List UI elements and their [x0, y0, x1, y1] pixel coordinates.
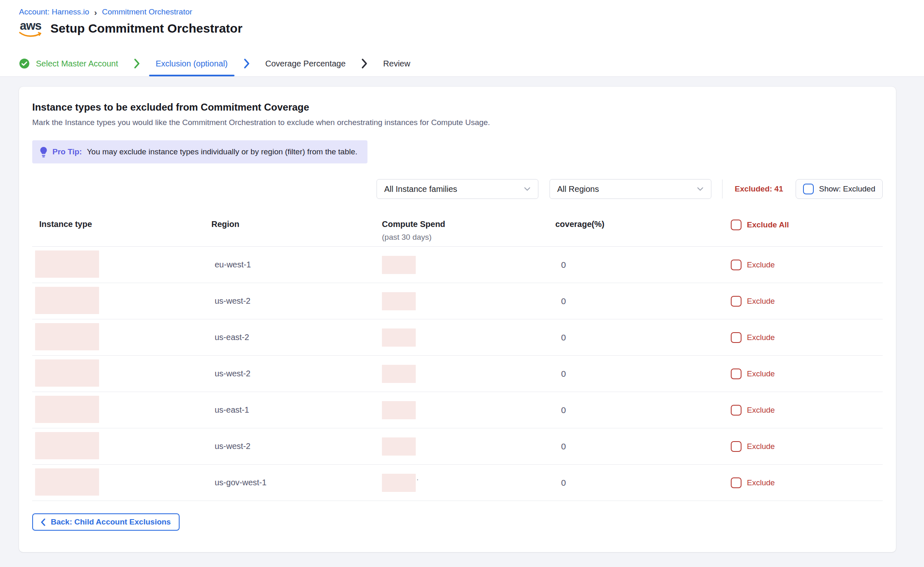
compute-spend-cell: [382, 292, 555, 310]
excluded-count: Excluded: 41: [735, 184, 783, 194]
region-cell: us-west-2: [211, 369, 382, 378]
header-exclude-all: Exclude All: [731, 220, 883, 230]
step-review[interactable]: Review: [383, 51, 410, 76]
step-label: Coverage Percentage: [265, 59, 346, 69]
exclude-all-label: Exclude All: [747, 220, 789, 229]
step-select-master-account[interactable]: Select Master Account: [19, 51, 118, 76]
exclude-checkbox[interactable]: [731, 296, 742, 307]
redacted-instance-type: [35, 359, 99, 387]
table-row: us-east-1 0 Exclude: [32, 392, 883, 428]
coverage-cell: 0: [555, 333, 731, 343]
instance-type-cell: [32, 287, 211, 316]
card-subtitle: Mark the Instance types you would like t…: [32, 118, 883, 127]
exclude-checkbox[interactable]: [731, 441, 742, 452]
breadcrumb-account-link[interactable]: Account: Harness.io: [19, 7, 89, 17]
region-cell: us-east-1: [211, 405, 382, 415]
back-button-label: Back: Child Account Exclusions: [51, 517, 171, 527]
aws-smile-icon: [19, 31, 42, 37]
step-coverage-percentage[interactable]: Coverage Percentage: [265, 51, 346, 76]
table-row: us-gov-west-1 ' 0 Exclude: [32, 465, 883, 501]
coverage-cell: 0: [555, 478, 731, 488]
compute-spend-cell: [382, 256, 555, 274]
instance-families-select[interactable]: All Instance families: [377, 179, 538, 199]
redacted-compute-spend: [382, 437, 416, 456]
table-body: eu-west-1 0 Exclude us-west-2 0 Exclude: [32, 247, 883, 501]
regions-select-value: All Regions: [557, 184, 599, 194]
redacted-compute-spend: [382, 292, 416, 310]
exclude-label: Exclude: [747, 260, 775, 269]
instance-type-cell: [32, 432, 211, 461]
coverage-cell: 0: [555, 296, 731, 306]
redacted-compute-spend: [382, 401, 416, 419]
exclude-cell: Exclude: [731, 260, 883, 270]
exclude-label: Exclude: [747, 333, 775, 342]
exclude-cell: Exclude: [731, 405, 883, 416]
lightbulb-icon: [40, 146, 47, 158]
instance-type-cell: [32, 323, 211, 352]
header-compute-spend-subtitle: (past 30 days): [382, 233, 555, 242]
header-compute-spend-title: Compute Spend: [382, 220, 555, 229]
exclude-all-checkbox[interactable]: [731, 220, 742, 230]
page: Account: Harness.io › Commitment Orchest…: [0, 0, 924, 567]
title-row: aws Setup Commitment Orchestrator: [19, 20, 905, 37]
chevron-down-icon: [524, 187, 531, 191]
card-title: Instance types to be excluded from Commi…: [32, 102, 883, 113]
redacted-instance-type: [35, 432, 99, 459]
step-exclusion-optional[interactable]: Exclusion (optional): [156, 51, 228, 76]
regions-select[interactable]: All Regions: [550, 179, 711, 199]
footer-actions: Back: Child Account Exclusions: [32, 513, 883, 531]
header-coverage: coverage(%): [555, 220, 731, 229]
exclude-cell: Exclude: [731, 441, 883, 452]
redacted-compute-spend: [382, 256, 416, 274]
redacted-compute-spend: [382, 365, 416, 383]
exclude-checkbox[interactable]: [731, 405, 742, 416]
region-cell: us-west-2: [211, 442, 382, 451]
table-row: us-west-2 0 Exclude: [32, 283, 883, 319]
aws-logo-text: aws: [20, 21, 41, 31]
redacted-instance-type: [35, 323, 99, 350]
header-compute-spend: Compute Spend (past 30 days): [382, 220, 555, 242]
redacted-instance-type: [35, 287, 99, 314]
step-label: Exclusion (optional): [156, 59, 228, 69]
redacted-compute-spend: [382, 474, 416, 492]
redacted-compute-spend: [382, 328, 416, 347]
exclude-cell: Exclude: [731, 332, 883, 343]
table-row: us-west-2 0 Exclude: [32, 356, 883, 392]
show-excluded-checkbox[interactable]: [803, 184, 814, 194]
pro-tip-banner: Pro Tip: You may exclude instance types …: [32, 140, 367, 163]
table-row: eu-west-1 0 Exclude: [32, 247, 883, 283]
instance-type-cell: [32, 468, 211, 497]
show-excluded-label: Show: Excluded: [819, 184, 875, 194]
wizard-stepper: Select Master Account Exclusion (optiona…: [19, 51, 905, 76]
exclude-label: Exclude: [747, 442, 775, 451]
breadcrumb-page-link[interactable]: Commitment Orchestrator: [102, 7, 192, 17]
exclude-checkbox[interactable]: [731, 260, 742, 270]
table-row: us-east-2 0 Exclude: [32, 319, 883, 356]
coverage-cell: 0: [555, 369, 731, 379]
exclude-checkbox[interactable]: [731, 477, 742, 488]
exclusion-card: Instance types to be excluded from Commi…: [19, 87, 896, 552]
pro-tip-label: Pro Tip:: [52, 147, 82, 156]
chevron-right-icon: [134, 58, 140, 69]
exclude-label: Exclude: [747, 406, 775, 415]
instance-type-cell: [32, 396, 211, 425]
coverage-cell: 0: [555, 260, 731, 270]
exclude-cell: Exclude: [731, 369, 883, 379]
exclude-checkbox[interactable]: [731, 332, 742, 343]
exclusion-table: Instance type Region Compute Spend (past…: [32, 216, 883, 501]
main-content: Instance types to be excluded from Commi…: [0, 77, 924, 552]
compute-spend-cell: [382, 437, 555, 456]
table-header-row: Instance type Region Compute Spend (past…: [32, 216, 883, 247]
back-button[interactable]: Back: Child Account Exclusions: [32, 513, 180, 531]
region-cell: us-gov-west-1: [211, 478, 382, 487]
exclude-label: Exclude: [747, 369, 775, 378]
show-excluded-toggle[interactable]: Show: Excluded: [796, 179, 883, 199]
filters-row: All Instance families All Regions Exclud…: [32, 179, 883, 199]
coverage-cell: 0: [555, 405, 731, 415]
breadcrumb-separator-icon: ›: [94, 8, 97, 17]
compute-spend-cell: ': [382, 474, 555, 492]
exclude-label: Exclude: [747, 478, 775, 487]
exclude-cell: Exclude: [731, 477, 883, 488]
redaction-artifact: ': [417, 478, 418, 484]
exclude-checkbox[interactable]: [731, 369, 742, 379]
